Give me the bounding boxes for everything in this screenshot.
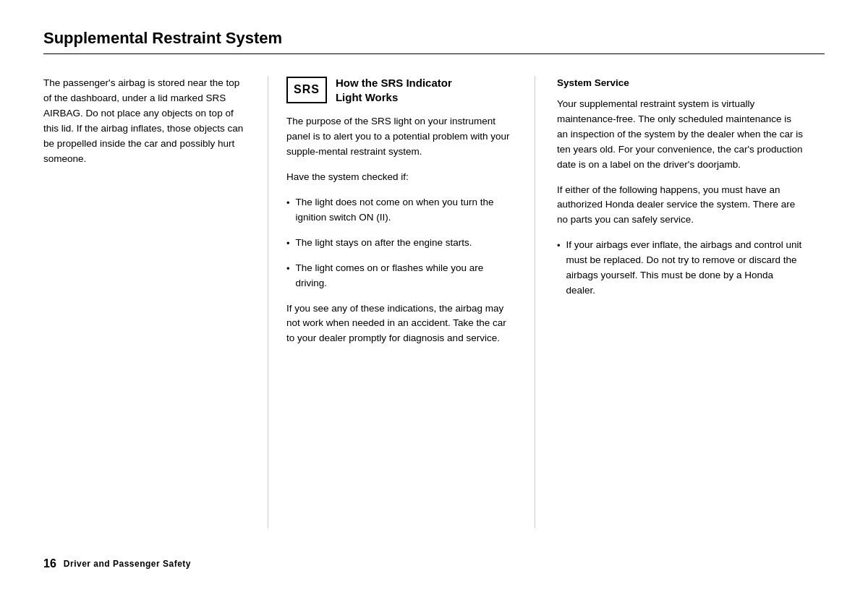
srs-title-line1: How the SRS Indicator: [336, 77, 452, 89]
right-if-either: If either of the following happens, you …: [557, 183, 803, 228]
list-item: • The light stays on after the engine st…: [286, 236, 516, 251]
srs-header: SRS How the SRS Indicator Light Works: [286, 76, 516, 104]
column-right: System Service Your supplemental restrai…: [535, 76, 803, 528]
column-middle: SRS How the SRS Indicator Light Works Th…: [268, 76, 535, 528]
have-checked-label: Have the system checked if:: [286, 170, 516, 185]
left-paragraph: The passenger's airbag is stored near th…: [43, 76, 246, 167]
srs-badge: SRS: [286, 77, 327, 103]
content-area: The passenger's airbag is stored near th…: [43, 76, 825, 528]
right-intro: Your supplemental restraint system is vi…: [557, 97, 803, 173]
middle-closing: If you see any of these indications, the…: [286, 301, 516, 347]
right-bullet-list: • If your airbags ever inflate, the airb…: [557, 238, 803, 299]
column-left: The passenger's airbag is stored near th…: [43, 76, 268, 528]
srs-title-line2: Light Works: [336, 91, 398, 103]
right-bullet-text-1: If your airbags ever inflate, the airbag…: [566, 238, 803, 299]
title-divider: [43, 53, 825, 54]
bullet-dot-3: •: [286, 262, 290, 276]
page-number: 16: [43, 557, 56, 570]
bullet-text-2: The light stays on after the engine star…: [296, 236, 472, 251]
list-item: • The light comes on or flashes while yo…: [286, 261, 516, 291]
bullet-text-1: The light does not come on when you turn…: [296, 195, 516, 226]
page-container: Supplemental Restraint System The passen…: [0, 0, 868, 592]
page-footer: 16 Driver and Passenger Safety: [43, 550, 825, 570]
right-section-title: System Service: [557, 76, 803, 91]
list-item: • If your airbags ever inflate, the airb…: [557, 238, 803, 299]
bullet-dot-2: •: [286, 236, 290, 251]
bullet-dot-1: •: [286, 196, 290, 210]
page-title: Supplemental Restraint System: [43, 29, 825, 48]
list-item: • The light does not come on when you tu…: [286, 195, 516, 226]
bullet-text-3: The light comes on or flashes while you …: [296, 261, 516, 291]
middle-intro: The purpose of the SRS light on your ins…: [286, 114, 516, 160]
middle-bullet-list: • The light does not come on when you tu…: [286, 195, 516, 291]
right-bullet-dot-1: •: [557, 239, 561, 253]
srs-title: How the SRS Indicator Light Works: [336, 76, 452, 104]
footer-chapter: Driver and Passenger Safety: [64, 559, 191, 569]
